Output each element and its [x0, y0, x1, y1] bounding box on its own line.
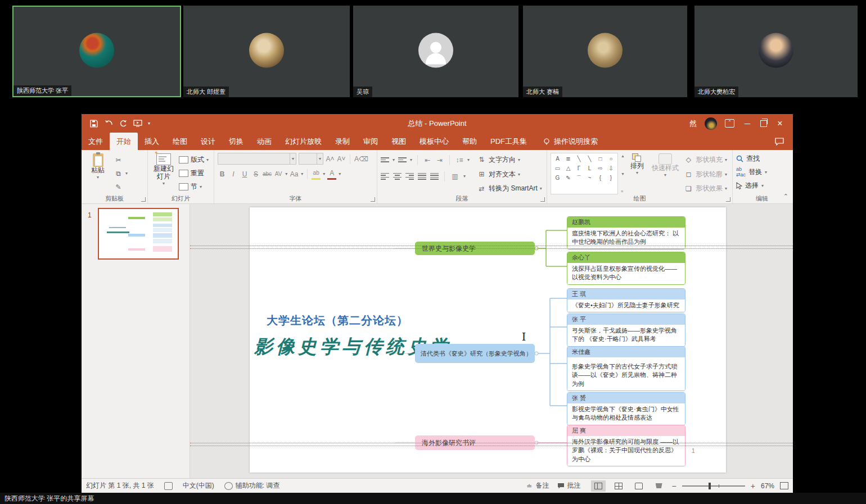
- zoom-in-button[interactable]: +: [751, 482, 755, 491]
- zoom-level[interactable]: 67%: [761, 482, 774, 490]
- slide-sorter-view-button[interactable]: [611, 480, 626, 492]
- shape-elbow-icon[interactable]: Γ: [574, 164, 584, 173]
- shapes-gallery[interactable]: A ≣ ╲ ╲ □ ○ ▭ △ Γ L ⇨ ⇩ G ✎ ⌒ ~ { }: [551, 153, 618, 194]
- tab-template-center[interactable]: 模板中心: [413, 133, 455, 150]
- line-spacing-icon[interactable]: ↕≡: [455, 155, 464, 165]
- shape-rectangle-icon[interactable]: □: [595, 154, 606, 164]
- undo-icon[interactable]: [104, 119, 113, 128]
- tab-review[interactable]: 审阅: [357, 133, 385, 150]
- smartart-button[interactable]: 转换为 SmartArt: [489, 184, 538, 193]
- decrease-indent-icon[interactable]: ⇤: [423, 155, 432, 165]
- align-left-icon[interactable]: [381, 173, 389, 180]
- find-button[interactable]: 查找: [736, 153, 788, 164]
- shapes-scroll-up-icon[interactable]: ▲: [621, 154, 625, 158]
- restore-button[interactable]: [760, 120, 767, 127]
- video-tile[interactable]: 北师大樊柏宏: [694, 6, 858, 97]
- shape-brace-left-icon[interactable]: {: [595, 173, 606, 183]
- shape-freeform-icon[interactable]: G: [552, 173, 563, 183]
- display-settings-icon[interactable]: [164, 482, 173, 490]
- topic-card[interactable]: 王 琪 《奁史•夫妇门》所见隐士妻子形象研究: [567, 288, 685, 312]
- bullets-icon[interactable]: [381, 157, 389, 162]
- shape-curve-icon[interactable]: ~: [584, 173, 595, 183]
- shape-triangle-icon[interactable]: △: [563, 164, 574, 173]
- ribbon-display-options-icon[interactable]: ⌃: [725, 119, 734, 128]
- text-direction-button[interactable]: 文字方向: [489, 155, 516, 165]
- topic-card[interactable]: 余心丫 浅探拜占廷皇权形象宣传的视觉化——以视觉资料为中心: [567, 252, 685, 285]
- tab-draw[interactable]: 绘图: [166, 133, 194, 150]
- columns-icon[interactable]: ▥: [450, 171, 459, 181]
- shape-line-icon[interactable]: ╲: [574, 154, 584, 164]
- layout-button[interactable]: 版式: [191, 155, 204, 165]
- normal-view-button[interactable]: [591, 480, 606, 492]
- tab-file[interactable]: 文件: [82, 133, 110, 150]
- justify-icon[interactable]: [418, 173, 426, 180]
- highlight-color-button[interactable]: ab: [312, 168, 321, 180]
- account-avatar[interactable]: [705, 117, 717, 130]
- italic-button[interactable]: I: [229, 169, 238, 179]
- slide-editing-surface[interactable]: 大学生论坛（第二分论坛） 影像史学与传统史学 世界史与影像史学 清代类书《奁史》…: [250, 207, 726, 473]
- tab-record[interactable]: 录制: [328, 133, 357, 150]
- shape-rounded-rect-icon[interactable]: ▭: [552, 164, 563, 173]
- topic-card[interactable]: 赵鹏凯 瘟疫情境下欧洲人的社会心态研究： 以中世纪晚期的绘画作品为例: [567, 216, 685, 249]
- tell-me-search[interactable]: 操作说明搜索: [536, 133, 605, 150]
- shape-arrow-line-icon[interactable]: ╲: [584, 154, 595, 164]
- shape-down-arrow-icon[interactable]: ⇩: [606, 164, 616, 173]
- section-button[interactable]: 节: [191, 182, 197, 192]
- video-tile[interactable]: 北师大 郎煜萱: [183, 6, 350, 97]
- save-icon[interactable]: [89, 119, 98, 128]
- font-size-combo[interactable]: ▾: [299, 153, 323, 165]
- clipboard-dialog-launcher[interactable]: [141, 197, 146, 202]
- topic-card[interactable]: 张 赟 影视史学视角下《奁史·禽虫门》中女性与禽鸟动物的相处及情感表达: [567, 392, 685, 425]
- topic-card[interactable]: 张 平 弓矢斯张，干戈戚扬——形象史学视角下的 《奁史·干略门》武具释考: [567, 314, 685, 347]
- slideshow-view-button[interactable]: [652, 480, 666, 492]
- branch-node[interactable]: 清代类书《奁史》研究（形象史学视角）: [415, 344, 535, 363]
- zoom-out-button[interactable]: −: [672, 482, 676, 491]
- reset-button[interactable]: 重置: [191, 169, 204, 178]
- qat-customize-icon[interactable]: ▾: [148, 121, 150, 126]
- accessibility-status[interactable]: 辅助功能: 调查: [236, 481, 280, 491]
- zoom-slider-thumb[interactable]: [709, 483, 711, 489]
- font-name-combo[interactable]: ▾: [218, 153, 296, 165]
- close-button[interactable]: ×: [775, 119, 785, 129]
- quick-styles-button[interactable]: 快速样式▾: [650, 153, 681, 194]
- video-tile[interactable]: 陕西师范大学 张平: [12, 6, 181, 97]
- minimize-button[interactable]: ─: [742, 119, 752, 128]
- drawing-dialog-launcher[interactable]: [726, 197, 730, 202]
- shapes-more-icon[interactable]: ≡: [621, 189, 625, 193]
- font-color-button[interactable]: A: [327, 168, 336, 180]
- shape-arc-icon[interactable]: ⌒: [574, 173, 584, 183]
- slide-thumbnail[interactable]: [98, 208, 179, 260]
- change-case-button[interactable]: Aa: [290, 169, 299, 179]
- shape-elbow-arrow-icon[interactable]: L: [584, 164, 595, 173]
- tab-view[interactable]: 视图: [385, 133, 413, 150]
- comments-icon[interactable]: [775, 133, 793, 150]
- replace-button[interactable]: ab⇄ac 替换▾: [736, 166, 788, 178]
- forum-subtitle[interactable]: 大学生论坛（第二分论坛）: [267, 313, 408, 328]
- paste-button[interactable]: 粘贴▾: [85, 153, 111, 194]
- tab-pdf-tools[interactable]: PDF工具集: [484, 133, 534, 150]
- shape-oval-icon[interactable]: ○: [606, 154, 616, 164]
- video-tile[interactable]: 吴琼: [353, 6, 518, 97]
- decrease-font-icon[interactable]: A˅: [337, 154, 346, 164]
- language-indicator[interactable]: 中文(中国): [183, 481, 214, 491]
- clear-formatting-icon[interactable]: A⌫: [354, 154, 368, 164]
- tab-transitions[interactable]: 切换: [222, 133, 250, 150]
- shape-outline-button[interactable]: 形状轮廓: [696, 170, 723, 179]
- new-slide-button[interactable]: 新建幻灯片▾: [151, 153, 176, 194]
- shape-scribble-icon[interactable]: ✎: [563, 173, 574, 183]
- tab-design[interactable]: 设计: [194, 133, 222, 150]
- increase-font-icon[interactable]: A˄: [326, 154, 335, 164]
- shape-fill-button[interactable]: 形状填充: [696, 155, 723, 165]
- format-painter-icon[interactable]: ✎: [114, 183, 123, 192]
- align-text-button[interactable]: 对齐文本: [489, 170, 516, 179]
- arrange-button[interactable]: 排列▾: [628, 153, 647, 194]
- shape-right-arrow-icon[interactable]: ⇨: [595, 164, 606, 173]
- copy-icon[interactable]: ⧉: [114, 169, 123, 178]
- character-spacing-button[interactable]: AV: [274, 169, 283, 179]
- shape-vertical-textbox-icon[interactable]: ≣: [563, 154, 574, 164]
- tab-help[interactable]: 帮助: [455, 133, 484, 150]
- font-dialog-launcher[interactable]: [371, 197, 375, 202]
- shape-brace-right-icon[interactable]: }: [606, 173, 616, 183]
- zoom-slider[interactable]: [682, 485, 745, 487]
- paragraph-dialog-launcher[interactable]: [540, 197, 545, 202]
